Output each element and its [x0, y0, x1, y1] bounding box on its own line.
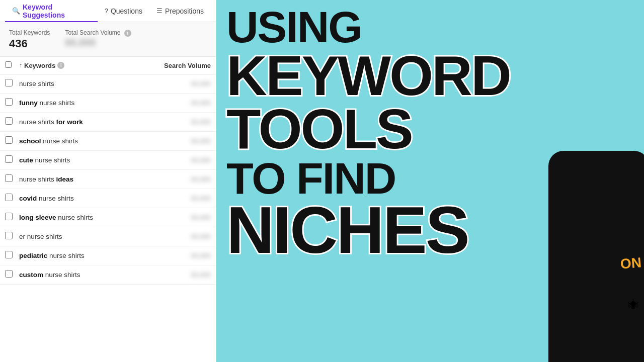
question-icon: ? — [105, 7, 108, 15]
table-row: pediatric nurse shirts 00,000 — [0, 246, 216, 265]
table-row: long sleeve nurse shirts 00,000 — [0, 208, 216, 227]
row-checkbox-0[interactable] — [5, 79, 19, 88]
table-row: school nurse shirts 00,000 — [0, 132, 216, 151]
shirt-text: ON — [620, 254, 642, 273]
row-keyword-5: nurse shirts ideas — [19, 175, 150, 183]
row-checkbox-7[interactable] — [5, 213, 19, 222]
row-keyword-10: custom nurse shirts — [19, 271, 150, 279]
stat-total-keywords: Total Keywords 436 — [9, 29, 50, 50]
keyword-table-body: nurse shirts 00,000 funny nurse shirts 0… — [0, 74, 216, 362]
row-volume-3: 00,000 — [150, 137, 211, 145]
left-panel: 🔍 Keyword Suggestions ? Questions ☰ Prep… — [0, 0, 216, 362]
row-checkbox-1[interactable] — [5, 98, 19, 108]
row-checkbox-3[interactable] — [5, 136, 19, 146]
table-row: custom nurse shirts 00,000 — [0, 265, 216, 285]
info-icon: i — [124, 30, 131, 37]
row-keyword-6: covid nurse shirts — [19, 195, 150, 202]
stat-total-keywords-label: Total Keywords — [9, 29, 50, 36]
row-keyword-7: long sleeve nurse shirts — [19, 214, 150, 221]
row-checkbox-10[interactable] — [5, 270, 19, 280]
row-checkbox-8[interactable] — [5, 232, 19, 241]
row-volume-8: 00,000 — [150, 233, 211, 240]
tab-prepositions-label: Prepositions — [165, 7, 204, 15]
list-icon: ☰ — [156, 7, 163, 15]
table-row: covid nurse shirts 00,000 — [0, 189, 216, 208]
row-volume-9: 00,000 — [150, 252, 211, 259]
row-checkbox-2[interactable] — [5, 117, 19, 127]
thumbnail-line1: USING — [226, 5, 362, 49]
tab-questions-label: Questions — [111, 7, 142, 15]
table-row: nurse shirts for work 00,000 — [0, 113, 216, 132]
keywords-info-icon: i — [57, 62, 64, 69]
stat-total-volume-value: 00,000 — [65, 38, 131, 48]
row-volume-6: 00,000 — [150, 195, 211, 202]
table-row: nurse shirts 00,000 — [0, 74, 216, 94]
row-keyword-3: school nurse shirts — [19, 137, 150, 145]
row-volume-5: 00,000 — [150, 175, 211, 183]
stat-total-keywords-value: 436 — [9, 37, 50, 50]
row-keyword-1: funny nurse shirts — [19, 99, 150, 107]
thumbnail-line3: TOOLS — [226, 103, 412, 156]
shirt-figure: ON 🕷 — [548, 111, 644, 362]
column-header-volume: Search Volume — [150, 62, 211, 69]
table-row: funny nurse shirts 00,000 — [0, 94, 216, 113]
row-volume-2: 00,000 — [150, 118, 211, 126]
row-checkbox-6[interactable] — [5, 194, 19, 203]
thumbnail-line5: NICHES — [226, 201, 468, 260]
stats-bar: Total Keywords 436 Total Search Volume i… — [0, 22, 216, 57]
row-checkbox-9[interactable] — [5, 251, 19, 260]
col-volume-label: Search Volume — [164, 62, 211, 69]
row-checkbox-4[interactable] — [5, 155, 19, 165]
thumbnail-line2: KEYWORD — [226, 49, 510, 103]
table-header: ↑ Keywords i Search Volume — [0, 57, 216, 74]
row-volume-7: 00,000 — [150, 214, 211, 221]
tab-bar: 🔍 Keyword Suggestions ? Questions ☰ Prep… — [0, 0, 216, 22]
tab-keyword-suggestions-label: Keyword Suggestions — [23, 3, 91, 19]
table-row: cute nurse shirts 00,000 — [0, 151, 216, 170]
column-header-keywords: ↑ Keywords i — [19, 62, 150, 69]
row-checkbox-5[interactable] — [5, 174, 19, 184]
row-keyword-4: cute nurse shirts — [19, 156, 150, 164]
row-volume-4: 00,000 — [150, 156, 211, 164]
row-volume-0: 00,000 — [150, 80, 211, 87]
sort-up-icon: ↑ — [19, 62, 22, 69]
row-keyword-2: nurse shirts for work — [19, 118, 150, 126]
row-keyword-8: er nurse shirts — [19, 233, 150, 240]
stat-total-volume: Total Search Volume i 00,000 — [65, 29, 131, 50]
row-volume-10: 00,000 — [150, 271, 211, 279]
tab-questions[interactable]: ? Questions — [98, 0, 149, 22]
col-keywords-label: Keywords — [24, 62, 55, 69]
thumbnail-panel: USING KEYWORD TOOLS TO FIND NICHES ON 🕷 — [216, 0, 644, 362]
table-row: er nurse shirts 00,000 — [0, 227, 216, 246]
row-keyword-0: nurse shirts — [19, 80, 150, 87]
row-keyword-9: pediatric nurse shirts — [19, 252, 150, 259]
spider-icon: 🕷 — [628, 299, 639, 312]
shirt-body: ON 🕷 — [548, 151, 644, 362]
select-all-input[interactable] — [5, 61, 12, 68]
tab-keyword-suggestions[interactable]: 🔍 Keyword Suggestions — [5, 0, 98, 22]
row-volume-1: 00,000 — [150, 99, 211, 107]
search-icon: 🔍 — [12, 7, 20, 15]
select-all-checkbox[interactable] — [5, 61, 19, 70]
table-row: nurse shirts ideas 00,000 — [0, 170, 216, 189]
tab-prepositions[interactable]: ☰ Prepositions — [149, 0, 211, 22]
stat-total-volume-label: Total Search Volume i — [65, 29, 131, 37]
